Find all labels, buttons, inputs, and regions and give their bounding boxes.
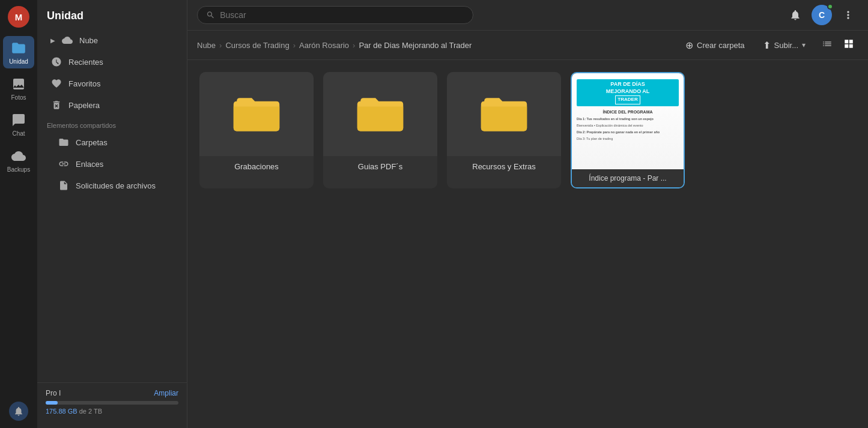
storage-bar-background [46, 401, 178, 405]
pdf-header-band: PAR DE DÍAS MEJORANDO AL TRADER [577, 79, 679, 106]
search-box[interactable] [197, 6, 473, 24]
cloud-icon [61, 34, 73, 46]
pdf-thumb-indice: PAR DE DÍAS MEJORANDO AL TRADER ÍNDICE D… [572, 73, 684, 169]
sidebar-item-favoritos[interactable]: Favoritos [41, 73, 183, 94]
clock-icon [50, 56, 62, 68]
sidebar-item-solicitudes[interactable]: Solicitudes de archivos [41, 175, 183, 196]
file-grid: Grabaciones Guias PDF´s [199, 72, 856, 188]
folder-thumb-guias [323, 72, 437, 156]
pdf-line-2: Bienvenida • Explicación dinámica del ev… [577, 124, 679, 127]
app-logo[interactable]: M [8, 6, 29, 28]
notifications-button[interactable] [785, 5, 806, 25]
pdf-line-1: Día 1: Tus resultados en el trading son … [577, 117, 679, 121]
sidebar: Unidad ▶ Nube Recientes Favoritos Papele… [37, 0, 187, 428]
file-card-grabaciones[interactable]: Grabaciones [199, 72, 314, 188]
view-toggle [818, 35, 858, 55]
create-folder-button[interactable]: ⊕ Crear carpeta [679, 37, 750, 54]
grid-view-icon [843, 38, 854, 49]
fotos-label: Fotos [11, 94, 26, 101]
avatar[interactable]: C [812, 5, 832, 25]
heart-icon [50, 77, 62, 89]
storage-section: Pro I Ampliar 175.88 GB de 2 TB [37, 382, 187, 421]
carpetas-label: Carpetas [76, 138, 108, 147]
breadcrumb-aaron[interactable]: Aarón Rosario [299, 41, 349, 50]
nube-label: Nube [79, 36, 98, 45]
grid-view-button[interactable] [839, 35, 858, 55]
link-icon [58, 158, 70, 170]
breadcrumb: Nube › Cursos de Trading › Aarón Rosario… [197, 41, 472, 50]
sidebar-item-papelera[interactable]: Papelera [41, 95, 183, 115]
upload-button[interactable]: ⬆ Subir... ▾ [757, 37, 812, 54]
file-request-icon [58, 179, 70, 191]
more-vert-icon [842, 9, 854, 21]
list-view-icon [822, 38, 833, 49]
content-area: Grabaciones Guias PDF´s [187, 60, 868, 428]
pdf-line-4: Día 3: Tu plan de trading [577, 137, 679, 140]
breadcrumb-cursos[interactable]: Cursos de Trading [225, 41, 289, 50]
avatar-initial: C [819, 10, 825, 20]
list-view-button[interactable] [818, 35, 837, 55]
settings-icon[interactable] [9, 402, 28, 421]
create-folder-icon: ⊕ [685, 40, 693, 51]
main-content: C Nube › Cursos de Trading › Aarón Rosar… [187, 0, 868, 428]
topbar: C [187, 0, 868, 31]
folder-icon [10, 40, 27, 56]
upgrade-link[interactable]: Ampliar [154, 389, 178, 397]
pdf-preview-indice: PAR DE DÍAS MEJORANDO AL TRADER ÍNDICE D… [572, 73, 684, 169]
storage-total: de 2 TB [79, 408, 102, 415]
pdf-title-line2: MEJORANDO AL [606, 88, 650, 94]
file-card-indice[interactable]: PAR DE DÍAS MEJORANDO AL TRADER ÍNDICE D… [571, 72, 685, 188]
trash-icon [50, 99, 62, 111]
breadcrumb-sep-1: › [219, 41, 222, 50]
recursos-label: Recursos y Extras [447, 156, 561, 177]
sidebar-item-nube[interactable]: ▶ Nube [41, 30, 183, 50]
expand-arrow-icon: ▶ [50, 37, 55, 44]
favoritos-label: Favoritos [68, 79, 100, 88]
solicitudes-label: Solicitudes de archivos [76, 181, 156, 190]
pdf-title-box: TRADER [615, 95, 640, 104]
topbar-right: C [785, 5, 858, 25]
sidebar-item-fotos[interactable]: Fotos [3, 72, 34, 104]
breadcrumb-current: Par de Dias Mejorando al Trader [359, 41, 472, 50]
pdf-title-line1: PAR DE DÍAS [610, 81, 645, 87]
file-card-guias[interactable]: Guias PDF´s [323, 72, 437, 188]
upload-icon: ⬆ [763, 40, 771, 51]
sidebar-item-recientes[interactable]: Recientes [41, 52, 183, 72]
pdf-index-label: ÍNDICE DEL PROGRAMA [602, 110, 652, 114]
sidebar-item-chat[interactable]: Chat [3, 108, 34, 140]
sidebar-item-carpetas[interactable]: Carpetas [41, 132, 183, 152]
folder-svg-recursos [480, 95, 528, 133]
breadcrumb-sep-2: › [293, 41, 296, 50]
backups-label: Backups [7, 166, 30, 173]
file-card-recursos[interactable]: Recursos y Extras [447, 72, 561, 188]
folder-shared-icon [58, 136, 70, 148]
upload-label: Subir... [774, 41, 798, 50]
chat-icon [10, 112, 27, 128]
enlaces-label: Enlaces [76, 160, 103, 169]
sidebar-item-unidad[interactable]: Unidad [3, 36, 34, 68]
chat-label: Chat [12, 130, 25, 137]
grabaciones-label: Grabaciones [199, 156, 314, 177]
sidebar-item-backups[interactable]: Backups [3, 144, 34, 176]
backup-icon [10, 148, 27, 164]
upload-chevron-icon: ▾ [802, 41, 806, 49]
recientes-label: Recientes [68, 58, 103, 67]
more-menu-button[interactable] [838, 5, 858, 25]
plan-label: Pro I [46, 389, 61, 397]
search-icon [206, 10, 215, 20]
folder-svg-guias [356, 95, 404, 133]
unidad-label: Unidad [9, 58, 28, 65]
sidebar-item-enlaces[interactable]: Enlaces [41, 154, 183, 174]
breadcrumb-bar: Nube › Cursos de Trading › Aarón Rosario… [187, 31, 868, 60]
pdf-line-3: Día 2: Prepárate para no ganar nada en e… [577, 130, 679, 134]
search-input[interactable] [220, 10, 464, 20]
pdf-title-line3: TRADER [618, 97, 637, 102]
shared-section-label: Elementos compartidos [37, 116, 187, 131]
sidebar-title: Unidad [37, 7, 187, 29]
breadcrumb-nube[interactable]: Nube [197, 41, 216, 50]
folder-thumb-grabaciones [199, 72, 314, 156]
bell-icon [789, 9, 801, 21]
breadcrumb-actions: ⊕ Crear carpeta ⬆ Subir... ▾ [679, 35, 858, 55]
breadcrumb-sep-3: › [353, 41, 355, 50]
photo-icon [10, 76, 27, 92]
